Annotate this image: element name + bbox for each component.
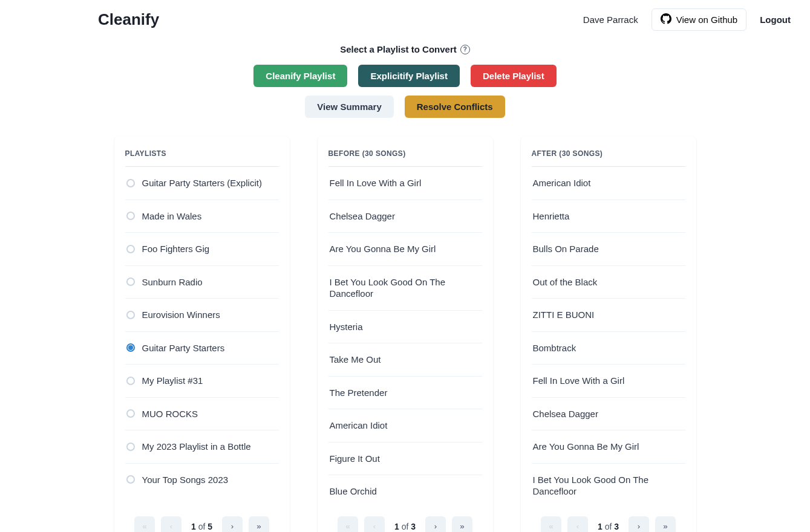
playlists-last-page[interactable]: » bbox=[249, 516, 269, 533]
chevron-right-icon: › bbox=[638, 522, 640, 531]
after-card: AFTER (30 SONGS) American IdiotHenrietta… bbox=[521, 136, 696, 532]
chevron-double-left-icon: « bbox=[549, 522, 553, 531]
radio-icon[interactable] bbox=[126, 409, 135, 418]
chevron-double-right-icon: » bbox=[663, 522, 667, 531]
song-item-label: The Pretender bbox=[330, 387, 388, 399]
before-next-page[interactable]: › bbox=[425, 516, 446, 533]
song-item: Chelsea Dagger bbox=[328, 200, 482, 233]
song-item-label: Bombtrack bbox=[533, 342, 576, 354]
song-item-label: Chelsea Dagger bbox=[533, 408, 598, 420]
song-item: Take Me Out bbox=[328, 343, 482, 377]
resolve-conflicts-button[interactable]: Resolve Conflicts bbox=[405, 96, 505, 118]
playlist-item[interactable]: Eurovision Winners bbox=[125, 299, 279, 332]
playlist-item[interactable]: Guitar Party Starters (Explicit) bbox=[125, 167, 279, 200]
playlist-item-label: Foo Fighters Gig bbox=[142, 243, 210, 255]
song-item: Bombtrack bbox=[532, 332, 685, 365]
chevron-left-icon: ‹ bbox=[170, 522, 172, 531]
song-item: Fell In Love With a Girl bbox=[328, 167, 482, 200]
song-item-label: Take Me Out bbox=[330, 354, 381, 366]
chevron-left-icon: ‹ bbox=[576, 522, 579, 531]
song-item: Chelsea Dagger bbox=[532, 398, 685, 431]
user-name: Dave Parrack bbox=[583, 15, 638, 25]
song-item-label: I Bet You Look Good On The Dancefloor bbox=[330, 276, 481, 300]
song-item: Out of the Black bbox=[532, 266, 685, 299]
song-item: Are You Gonna Be My Girl bbox=[328, 233, 482, 266]
radio-icon[interactable] bbox=[126, 277, 135, 286]
radio-icon[interactable] bbox=[126, 443, 135, 451]
view-summary-button[interactable]: View Summary bbox=[305, 96, 393, 118]
song-item: Bulls On Parade bbox=[532, 233, 685, 266]
song-item: The Pretender bbox=[328, 377, 482, 410]
after-next-page[interactable]: › bbox=[629, 516, 649, 533]
before-prev-page[interactable]: ‹ bbox=[364, 516, 385, 533]
chevron-double-right-icon: » bbox=[460, 522, 464, 531]
after-last-page[interactable]: » bbox=[655, 516, 676, 533]
song-item: Are You Gonna Be My Girl bbox=[532, 430, 685, 464]
song-item: Figure It Out bbox=[328, 443, 482, 476]
song-item-label: Hysteria bbox=[330, 321, 363, 333]
song-item: American Idiot bbox=[328, 409, 482, 443]
playlist-item[interactable]: Your Top Songs 2023 bbox=[125, 464, 279, 496]
song-item: Fell In Love With a Girl bbox=[532, 365, 685, 398]
song-item: I Bet You Look Good On The Dancefloor bbox=[328, 266, 482, 311]
playlist-item[interactable]: My 2023 Playlist in a Bottle bbox=[125, 430, 279, 464]
radio-icon[interactable] bbox=[126, 179, 135, 187]
radio-icon[interactable] bbox=[126, 311, 135, 319]
song-item: I Bet You Look Good On The Dancefloor bbox=[532, 464, 685, 508]
playlist-item-label: MUO ROCKS bbox=[142, 408, 198, 420]
playlist-item[interactable]: Sunburn Radio bbox=[125, 266, 279, 299]
page-title: Select a Playlist to Convert bbox=[340, 44, 457, 54]
song-item: Blue Orchid bbox=[328, 475, 482, 508]
github-button[interactable]: View on Github bbox=[652, 8, 746, 31]
after-prev-page[interactable]: ‹ bbox=[567, 516, 588, 533]
playlists-prev-page[interactable]: ‹ bbox=[161, 516, 181, 533]
logout-button[interactable]: Logout bbox=[760, 15, 791, 25]
radio-icon[interactable] bbox=[126, 475, 135, 484]
playlists-next-page[interactable]: › bbox=[222, 516, 243, 533]
playlist-item[interactable]: Guitar Party Starters bbox=[125, 332, 279, 365]
song-item-label: Fell In Love With a Girl bbox=[533, 375, 625, 387]
playlists-header: PLAYLISTS bbox=[125, 149, 279, 167]
radio-icon[interactable] bbox=[126, 245, 135, 253]
song-item: American Idiot bbox=[532, 167, 685, 200]
playlist-item-label: Guitar Party Starters (Explicit) bbox=[142, 177, 262, 189]
song-item-label: Fell In Love With a Girl bbox=[330, 177, 422, 189]
radio-icon[interactable] bbox=[126, 212, 135, 220]
song-item-label: Out of the Black bbox=[533, 276, 598, 288]
song-item-label: Henrietta bbox=[533, 210, 570, 222]
before-last-page[interactable]: » bbox=[452, 516, 472, 533]
chevron-right-icon: › bbox=[231, 522, 234, 531]
playlist-item-label: Eurovision Winners bbox=[142, 309, 220, 321]
playlist-item-label: Guitar Party Starters bbox=[142, 342, 225, 354]
song-item-label: Are You Gonna Be My Girl bbox=[533, 441, 639, 453]
playlists-page-indicator: 1 of 5 bbox=[188, 522, 216, 531]
playlists-first-page[interactable]: « bbox=[134, 516, 155, 533]
chevron-double-left-icon: « bbox=[142, 522, 146, 531]
after-header: AFTER (30 SONGS) bbox=[532, 149, 685, 167]
delete-button[interactable]: Delete Playlist bbox=[471, 65, 557, 87]
radio-icon[interactable] bbox=[126, 343, 135, 352]
brand-logo: Cleanify bbox=[19, 10, 159, 29]
before-first-page[interactable]: « bbox=[338, 516, 358, 533]
chevron-double-left-icon: « bbox=[345, 522, 350, 531]
chevron-left-icon: ‹ bbox=[373, 522, 376, 531]
before-page-indicator: 1 of 3 bbox=[391, 522, 419, 531]
song-item-label: Are You Gonna Be My Girl bbox=[330, 243, 436, 255]
playlist-item[interactable]: Made in Wales bbox=[125, 200, 279, 233]
song-item-label: Chelsea Dagger bbox=[330, 210, 395, 222]
explicitify-button[interactable]: Explicitify Playlist bbox=[358, 65, 460, 87]
chevron-right-icon: › bbox=[434, 522, 437, 531]
after-first-page[interactable]: « bbox=[541, 516, 561, 533]
github-icon bbox=[661, 13, 671, 26]
cleanify-button[interactable]: Cleanify Playlist bbox=[253, 65, 347, 87]
playlist-item[interactable]: Foo Fighters Gig bbox=[125, 233, 279, 266]
playlists-card: PLAYLISTS Guitar Party Starters (Explici… bbox=[114, 136, 290, 532]
song-item-label: I Bet You Look Good On The Dancefloor bbox=[533, 474, 684, 498]
help-icon[interactable]: ? bbox=[460, 45, 470, 54]
playlist-item-label: Your Top Songs 2023 bbox=[142, 474, 229, 486]
playlist-item[interactable]: MUO ROCKS bbox=[125, 398, 279, 431]
song-item-label: American Idiot bbox=[533, 177, 591, 189]
radio-icon[interactable] bbox=[126, 377, 135, 385]
playlist-item[interactable]: My Playlist #31 bbox=[125, 365, 279, 398]
song-item-label: Blue Orchid bbox=[330, 485, 377, 498]
